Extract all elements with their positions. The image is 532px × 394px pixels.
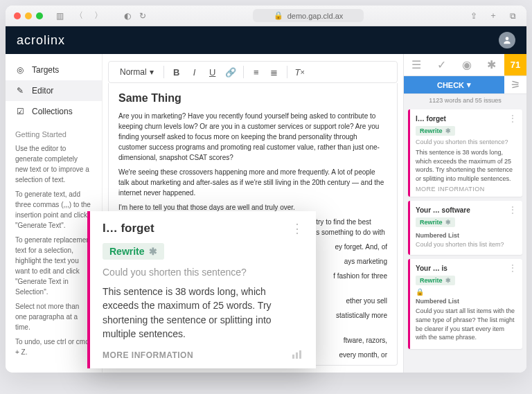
- issues-panel: ☰ ✓ ◉ ✱ 71 CHECK ▾ ⚞ 1123 words and 55 i…: [403, 54, 526, 373]
- popup-menu-icon[interactable]: ⋮: [291, 221, 303, 236]
- target-icon: ◎: [15, 65, 25, 75]
- card-title: I… forget: [416, 115, 446, 123]
- card-description: This sentence is 38 words long, which ex…: [416, 148, 517, 183]
- doc-para: We're seeing these crossovers happening …: [118, 167, 387, 198]
- brand-logo: acrolinx: [17, 33, 65, 48]
- card-menu-icon[interactable]: ⋮: [508, 263, 517, 273]
- score-badge[interactable]: 71: [504, 54, 526, 75]
- help-para: To generate replacement text for a selec…: [15, 235, 92, 297]
- shield-icon[interactable]: ◐: [122, 10, 133, 21]
- rewrite-badge[interactable]: Rewrite ✱: [416, 126, 455, 136]
- more-info-link[interactable]: MORE INFORMATION: [103, 350, 193, 360]
- issue-detail-popup: I… forget ⋮ Rewrite ✱ Could you shorten …: [87, 211, 316, 368]
- sidebar-item-targets[interactable]: ◎ Targets: [6, 60, 102, 80]
- svg-rect-1: [292, 355, 294, 359]
- editor-toolbar: Normal ▾ B I U 🔗 ≡ ≣ T×: [108, 61, 398, 83]
- help-para: Select not more than one paragrapha at a…: [15, 301, 92, 332]
- sidebar-item-editor[interactable]: ✎ Editor: [6, 80, 102, 101]
- style-select[interactable]: Normal ▾: [114, 66, 159, 78]
- lock-icon: 🔒: [416, 288, 517, 296]
- card-description: Could you start all list items with the …: [416, 307, 517, 341]
- panel-tab-check[interactable]: ✓: [429, 54, 454, 75]
- link-button[interactable]: 🔗: [222, 64, 239, 80]
- collections-icon: ☑: [15, 107, 25, 116]
- nav-forward-icon[interactable]: 〉: [93, 10, 104, 21]
- sidebar-item-label: Collections: [32, 107, 73, 116]
- sidebar-item-label: Targets: [32, 65, 59, 75]
- italic-button[interactable]: I: [186, 64, 203, 80]
- svg-rect-3: [299, 350, 301, 359]
- chevron-down-icon: ▾: [467, 80, 471, 89]
- help-para: Use the editor to generate completely ne…: [15, 143, 92, 185]
- panel-tab-menu[interactable]: ☰: [404, 54, 429, 75]
- panel-tab-search[interactable]: ◉: [454, 54, 479, 75]
- clear-format-button[interactable]: T×: [292, 64, 308, 80]
- svg-point-0: [506, 37, 509, 40]
- sidebar-item-label: Editor: [32, 86, 53, 96]
- ai-icon: ✱: [445, 219, 451, 226]
- user-icon: [502, 35, 512, 45]
- list-unordered-button[interactable]: ≣: [266, 64, 283, 80]
- app-header: acrolinx: [6, 26, 526, 54]
- issue-card[interactable]: Your … software ⋮ Rewrite ✱ Numbered Lis…: [408, 201, 522, 255]
- panel-tab-ai[interactable]: ✱: [479, 54, 504, 75]
- card-title: Your … software: [416, 206, 470, 214]
- avatar[interactable]: [499, 32, 515, 48]
- list-ordered-button[interactable]: ≡: [248, 64, 265, 80]
- filter-button[interactable]: ⚞: [504, 76, 526, 93]
- chart-icon[interactable]: [292, 349, 303, 361]
- check-button[interactable]: CHECK ▾: [404, 76, 504, 93]
- rewrite-badge[interactable]: Rewrite ✱: [416, 276, 455, 285]
- window-close[interactable]: [14, 12, 21, 19]
- sidebar-item-collections[interactable]: ☑ Collections: [6, 101, 102, 122]
- lock-icon: 🔒: [274, 11, 283, 20]
- card-subtitle: Numbered List: [416, 232, 517, 239]
- doc-para: Are you in marketing? Have you recently …: [118, 111, 387, 163]
- card-question: Could you shorten this list item?: [416, 241, 517, 248]
- bold-button[interactable]: B: [168, 64, 185, 80]
- help-para: To generate text, add three commas (,,,)…: [15, 189, 92, 231]
- ai-icon: ✱: [149, 246, 157, 257]
- card-title: Your … is: [416, 265, 447, 272]
- doc-title: Same Thing: [118, 90, 387, 107]
- window-minimize[interactable]: [25, 12, 32, 19]
- sidebar-toggle-icon[interactable]: ▥: [54, 10, 65, 21]
- edit-icon: ✎: [15, 86, 25, 96]
- rewrite-badge[interactable]: Rewrite ✱: [103, 243, 164, 260]
- help-para: To undo, use ctrl or cmd + Z.: [15, 337, 92, 357]
- underline-button[interactable]: U: [204, 64, 221, 80]
- card-menu-icon[interactable]: ⋮: [508, 114, 517, 123]
- popup-question: Could you shorten this sentence?: [103, 267, 303, 278]
- chevron-down-icon: ▾: [150, 67, 154, 77]
- issue-card[interactable]: I… forget ⋮ Rewrite ✱ Could you shorten …: [408, 109, 522, 197]
- help-title: Getting Started: [15, 129, 92, 141]
- popup-title: I… forget: [103, 222, 154, 235]
- new-tab-icon[interactable]: ＋: [488, 10, 499, 21]
- svg-rect-2: [296, 352, 298, 359]
- rewrite-badge[interactable]: Rewrite ✱: [416, 217, 455, 227]
- card-question: Could you shorten this sentence?: [416, 138, 517, 145]
- issue-card[interactable]: Your … is ⋮ Rewrite ✱ 🔒 Numbered List Co…: [408, 259, 522, 348]
- nav-back-icon[interactable]: 〈: [73, 10, 85, 21]
- url-text: demo.gap.cld.ax: [287, 12, 344, 20]
- reload-icon[interactable]: ↻: [137, 10, 148, 21]
- share-icon[interactable]: ⇪: [468, 10, 479, 21]
- window-maximize[interactable]: [36, 12, 43, 19]
- popup-description: This sentence is 38 words long, which ex…: [103, 285, 303, 341]
- url-bar[interactable]: 🔒 demo.gap.cld.ax: [253, 9, 364, 22]
- card-menu-icon[interactable]: ⋮: [508, 205, 517, 215]
- browser-titlebar: ▥ 〈 〉 ◐ ↻ 🔒 demo.gap.cld.ax ⇪ ＋ ⧉: [6, 6, 526, 26]
- panel-stats: 1123 words and 55 issues: [404, 94, 526, 107]
- card-subtitle: Numbered List: [416, 298, 517, 305]
- tabs-icon[interactable]: ⧉: [507, 10, 518, 21]
- more-info-link[interactable]: MORE INFORMATION: [416, 186, 517, 192]
- ai-icon: ✱: [445, 127, 451, 134]
- ai-icon: ✱: [445, 277, 451, 284]
